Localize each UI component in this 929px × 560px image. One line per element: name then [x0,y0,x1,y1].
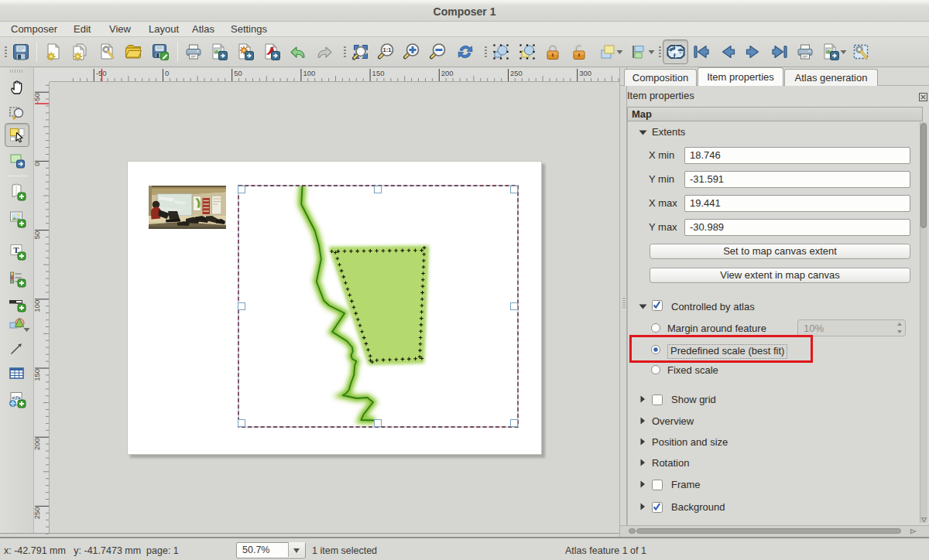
svg-text:0: 0 [34,162,41,166]
svg-text:100: 100 [303,69,315,77]
svg-text:250: 250 [34,507,41,519]
svg-text:50: 50 [234,69,242,77]
svg-text:300: 300 [579,69,591,77]
svg-text:100: 100 [34,300,41,312]
svg-text:250: 250 [510,69,523,77]
svg-text:-50: -50 [34,93,41,104]
svg-text:0: 0 [165,69,169,77]
svg-text:200: 200 [34,438,41,450]
svg-text:150: 150 [372,69,385,77]
svg-text:-50: -50 [96,69,107,77]
svg-text:150: 150 [34,369,41,381]
svg-text:50: 50 [34,231,41,240]
svg-text:200: 200 [441,69,454,77]
svg-text:1:1: 1:1 [383,46,392,53]
